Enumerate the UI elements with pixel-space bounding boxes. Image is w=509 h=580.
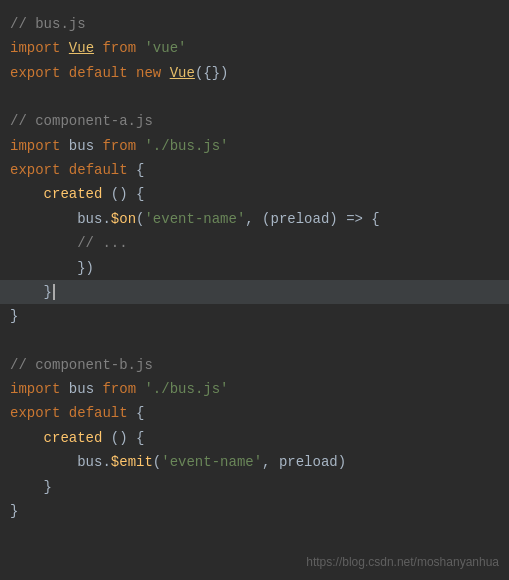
text-cursor bbox=[53, 284, 55, 300]
comment-component-a: // component-a.js bbox=[0, 109, 509, 133]
watermark: https://blog.csdn.net/moshanyanhua bbox=[306, 553, 499, 572]
created-a-line: created () { bbox=[0, 182, 509, 206]
component-a-section: // component-a.js import bus from './bus… bbox=[0, 105, 509, 333]
close-created-b-line: } bbox=[0, 475, 509, 499]
comment-dots-line: // ... bbox=[0, 231, 509, 255]
comment-bus-js: // bus.js bbox=[0, 12, 509, 36]
close-export-a-line: } bbox=[0, 304, 509, 328]
export-default-a-line: export default { bbox=[0, 158, 509, 182]
bus-on-line: bus.$on('event-name', (preload) => { bbox=[0, 207, 509, 231]
close-brace-cursor-line: } bbox=[0, 280, 509, 304]
created-b-line: created () { bbox=[0, 426, 509, 450]
export-vue-line: export default new Vue({}) bbox=[0, 61, 509, 85]
separator-1 bbox=[0, 89, 509, 105]
import-vue-line: import Vue from 'vue' bbox=[0, 36, 509, 60]
code-container: // bus.js import Vue from 'vue' export d… bbox=[0, 0, 509, 580]
separator-2 bbox=[0, 333, 509, 349]
import-bus-a-line: import bus from './bus.js' bbox=[0, 134, 509, 158]
bus-emit-line: bus.$emit('event-name', preload) bbox=[0, 450, 509, 474]
import-bus-b-line: import bus from './bus.js' bbox=[0, 377, 509, 401]
close-callback-line: }) bbox=[0, 256, 509, 280]
close-export-b-line: } bbox=[0, 499, 509, 523]
component-b-section: // component-b.js import bus from './bus… bbox=[0, 349, 509, 528]
comment-component-b: // component-b.js bbox=[0, 353, 509, 377]
bus-js-section: // bus.js import Vue from 'vue' export d… bbox=[0, 8, 509, 89]
export-default-b-line: export default { bbox=[0, 401, 509, 425]
